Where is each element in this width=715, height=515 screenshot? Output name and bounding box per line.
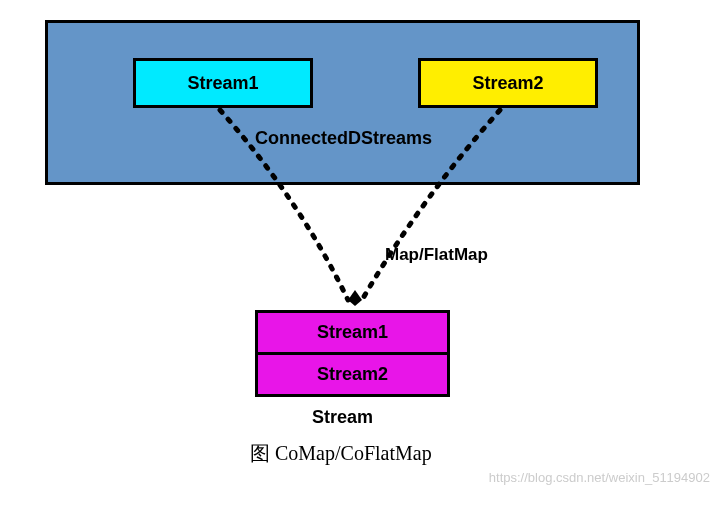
output-stream-stack: Stream1 Stream2 [255, 310, 450, 397]
input-stream1-label: Stream1 [187, 73, 258, 94]
input-stream2-label: Stream2 [472, 73, 543, 94]
connected-streams-container: Stream1 Stream2 ConnectedDStreams [45, 20, 640, 185]
connected-streams-label: ConnectedDStreams [255, 128, 432, 149]
output-stream1-box: Stream1 [255, 310, 450, 355]
output-stream1-label: Stream1 [317, 322, 388, 343]
output-stream-label: Stream [312, 407, 373, 428]
figure-caption: 图 CoMap/CoFlatMap [250, 440, 432, 467]
output-stream2-label: Stream2 [317, 364, 388, 385]
input-stream2-box: Stream2 [418, 58, 598, 108]
map-flatmap-label: Map/FlatMap [385, 245, 488, 265]
input-stream1-box: Stream1 [133, 58, 313, 108]
output-stream2-box: Stream2 [255, 352, 450, 397]
watermark-text: https://blog.csdn.net/weixin_51194902 [489, 470, 710, 485]
diagram-canvas: Stream1 Stream2 ConnectedDStreams Map/Fl… [0, 0, 715, 515]
